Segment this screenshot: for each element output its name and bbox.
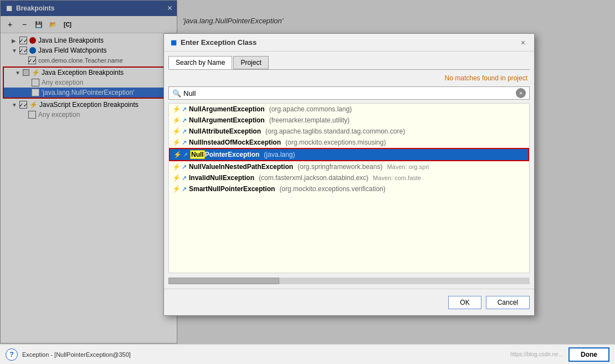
- arrow-icon: ↗: [182, 139, 187, 146]
- dialog-title-bar: ⏹ Enter Exception Class ×: [164, 34, 534, 52]
- result-item-null-pointer[interactable]: ⚡ ↗ NullPointerException (java.lang): [169, 148, 529, 161]
- result-icon: ⚡ ↗: [173, 151, 188, 158]
- enter-exception-dialog: ⏹ Enter Exception Class × Search by Name…: [163, 33, 535, 316]
- package-name: (java.lang): [264, 151, 295, 158]
- arrow-icon: ↗: [182, 128, 187, 135]
- package-name: (org.mockito.exceptions.misusing): [285, 139, 386, 146]
- result-item-null-value-nested[interactable]: ⚡ ↗ NullValueInNestedPathException (org.…: [169, 161, 529, 172]
- class-name: NullAttributeException: [189, 127, 261, 135]
- arrow-icon: ↗: [182, 186, 187, 193]
- class-name: NullArgumentException: [189, 105, 265, 113]
- package-name: (org.springframework.beans): [298, 163, 382, 171]
- bottom-right: https://blog.csdn.ne... Done: [510, 347, 609, 362]
- dialog-title-text: ⏹ Enter Exception Class: [170, 38, 257, 47]
- results-list: ⚡ ↗ NullArgumentException (org.apache.co…: [168, 103, 530, 273]
- no-matches-message: No matches found in project: [168, 73, 530, 83]
- lightning-icon: ⚡: [173, 151, 182, 158]
- highlight-null: Null: [190, 150, 205, 159]
- result-icon: ⚡ ↗: [172, 127, 187, 135]
- ide-window: ⏹ Breakpoints × + − 💾 📂 [C] ▶ ✓ Java Lin…: [0, 0, 615, 364]
- result-icon: ⚡ ↗: [172, 139, 187, 146]
- class-name: NullArgumentException: [189, 116, 265, 124]
- class-name: NullInsteadOfMockException: [189, 139, 281, 146]
- ok-button[interactable]: OK: [448, 296, 481, 309]
- dialog-body: Search by Name Project No matches found …: [164, 52, 534, 289]
- result-item-null-attr[interactable]: ⚡ ↗ NullAttributeException (org.apache.t…: [169, 126, 529, 137]
- search-bar: 🔍 ×: [168, 86, 530, 100]
- lightning-icon: ⚡: [172, 139, 181, 146]
- package-name: (com.fasterxml.jackson.databind.exc): [259, 174, 368, 182]
- arrow-icon: ↗: [183, 151, 188, 158]
- lightning-icon: ⚡: [172, 185, 181, 193]
- dialog-close-button[interactable]: ×: [517, 37, 529, 48]
- done-button[interactable]: Done: [568, 347, 609, 362]
- lightning-icon: ⚡: [172, 105, 181, 113]
- dialog-icon: ⏹: [170, 38, 177, 47]
- arrow-icon: ↗: [182, 117, 187, 124]
- lightning-icon: ⚡: [172, 127, 181, 135]
- result-item-null-arg-commons[interactable]: ⚡ ↗ NullArgumentException (org.apache.co…: [169, 104, 529, 115]
- result-icon: ⚡ ↗: [172, 163, 187, 171]
- result-icon: ⚡ ↗: [172, 185, 187, 193]
- result-icon: ⚡ ↗: [172, 105, 187, 113]
- result-item-invalid-null[interactable]: ⚡ ↗ InvalidNullException (com.fasterxml.…: [169, 172, 529, 183]
- scrollbar-thumb[interactable]: [168, 278, 279, 284]
- arrow-icon: ↗: [182, 163, 187, 171]
- result-icon: ⚡ ↗: [172, 116, 187, 124]
- result-item-null-mock[interactable]: ⚡ ↗ NullInsteadOfMockException (org.mock…: [169, 137, 529, 148]
- result-item-smart-null[interactable]: ⚡ ↗ SmartNullPointerException (org.mocki…: [169, 183, 529, 194]
- class-name: SmartNullPointerException: [189, 185, 275, 193]
- class-name: InvalidNullException: [189, 174, 254, 182]
- class-name: NullValueInNestedPathException: [189, 163, 293, 171]
- cancel-button[interactable]: Cancel: [486, 296, 530, 309]
- package-name: (org.apache.commons.lang): [269, 105, 352, 113]
- arrow-icon: ↗: [182, 175, 187, 182]
- scrollbar-area[interactable]: [168, 278, 530, 284]
- package-name: (org.mockito.exceptions.verification): [279, 185, 385, 193]
- bottom-left: ? Exception - [NullPointerException@350]: [6, 348, 131, 361]
- extra-info: Maven: org.spri: [387, 163, 429, 170]
- help-button[interactable]: ?: [6, 348, 18, 361]
- bottom-bar: ? Exception - [NullPointerException@350]…: [0, 344, 615, 364]
- dialog-footer: OK Cancel: [164, 289, 534, 315]
- result-item-null-arg-freemarker[interactable]: ⚡ ↗ NullArgumentException (freemarker.te…: [169, 115, 529, 126]
- arrow-icon: ↗: [182, 106, 187, 113]
- lightning-icon: ⚡: [172, 116, 181, 124]
- watermark-text: https://blog.csdn.ne...: [510, 351, 563, 357]
- result-icon: ⚡ ↗: [172, 174, 187, 182]
- search-clear-button[interactable]: ×: [516, 88, 526, 98]
- search-icon: 🔍: [172, 89, 181, 98]
- search-input[interactable]: [183, 89, 514, 98]
- tabs-row: Search by Name Project: [168, 56, 530, 70]
- tab-search-by-name[interactable]: Search by Name: [168, 56, 232, 69]
- lightning-icon: ⚡: [172, 174, 181, 182]
- lightning-icon: ⚡: [172, 163, 181, 171]
- extra-info: Maven: com.faste: [373, 175, 421, 181]
- package-name: (org.apache.taglibs.standard.tag.common.…: [265, 127, 405, 135]
- exception-info-label: Exception - [NullPointerException@350]: [22, 351, 131, 358]
- package-name: (freemarker.template.utility): [269, 116, 350, 124]
- class-name: NullPointerException: [190, 151, 259, 158]
- tab-project[interactable]: Project: [233, 56, 268, 69]
